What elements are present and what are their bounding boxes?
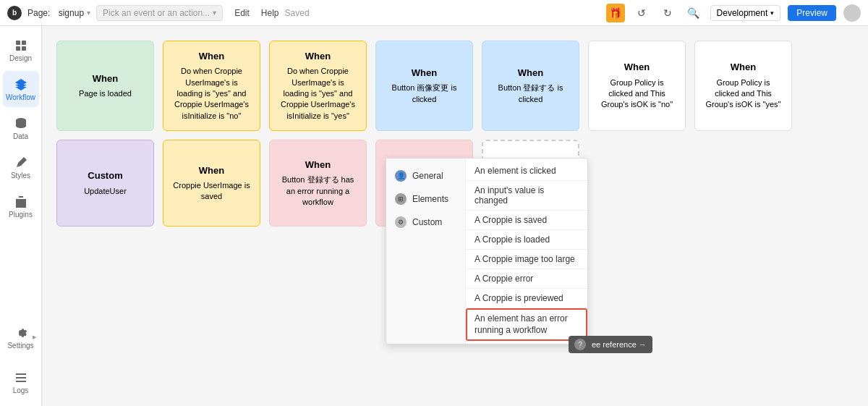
- edit-menu[interactable]: Edit: [234, 8, 250, 18]
- dropdown-items-list: An element is clicked An input's value i…: [466, 158, 587, 344]
- sidebar-item-design[interactable]: Design: [3, 32, 39, 68]
- sidebar-design-label: Design: [9, 54, 32, 62]
- card-label: When: [93, 72, 118, 85]
- sidebar-logs-label: Logs: [13, 386, 29, 394]
- sidebar: Design Workflow Data Styles Plugins Sett…: [0, 26, 42, 406]
- topbar-right: 🎁 ↺ ↻ 🔍 Development ▾ Preview: [606, 4, 861, 22]
- help-menu[interactable]: Help: [261, 8, 279, 18]
- saved-status: Saved: [285, 8, 310, 18]
- item-input-changed[interactable]: An input's value is changed: [466, 181, 587, 211]
- card-description: Button 登録する has an error running a workf…: [278, 174, 357, 208]
- main-canvas: When Page is loaded When Do when Croppie…: [42, 26, 868, 406]
- undo-button[interactable]: ↺: [632, 4, 651, 22]
- workflow-card-group-policy-yes[interactable]: When Group Policy is clicked and This Gr…: [694, 41, 792, 131]
- card-description: Button 画像変更 is clicked: [385, 83, 464, 105]
- card-description: Do when Croppie UserImage's is loading i…: [172, 66, 251, 122]
- svg-rect-0: [16, 41, 20, 45]
- sidebar-plugins-label: Plugins: [9, 211, 33, 219]
- card-description: Croppie UserImage is saved: [172, 180, 251, 203]
- workflow-card-croppie-no[interactable]: When Do when Croppie UserImage's is load…: [163, 41, 260, 131]
- event-dropdown-panel: 👤 General ⊞ Elements ⚙ Custom An element…: [386, 158, 588, 344]
- elements-icon: ⊞: [395, 193, 407, 205]
- general-icon: 👤: [395, 170, 407, 182]
- help-text: ee reference →: [592, 340, 647, 349]
- item-croppie-saved[interactable]: A Croppie is saved: [466, 211, 587, 230]
- card-description: Page is loaded: [79, 88, 132, 99]
- card-label: When: [412, 67, 437, 80]
- page-label: Page: signup ▾: [27, 8, 90, 18]
- card-description: Group Policy is clicked and This Group's…: [704, 77, 783, 111]
- category-general-label: General: [412, 171, 443, 181]
- svg-rect-1: [22, 41, 26, 45]
- event-picker-chevron: ▾: [213, 9, 216, 17]
- item-croppie-too-large[interactable]: A Croppie image too large: [466, 250, 587, 269]
- sidebar-item-styles[interactable]: Styles: [3, 149, 39, 185]
- sidebar-item-workflow[interactable]: Workflow: [3, 71, 39, 107]
- item-croppie-previewed[interactable]: A Croppie is previewed: [466, 289, 587, 308]
- topbar: b Page: signup ▾ Pick an event or an act…: [0, 0, 868, 26]
- gift-icon-button[interactable]: 🎁: [606, 4, 625, 22]
- sidebar-styles-label: Styles: [11, 172, 30, 179]
- category-elements[interactable]: ⊞ Elements: [386, 187, 465, 211]
- user-avatar[interactable]: [843, 4, 861, 22]
- svg-rect-2: [16, 46, 20, 51]
- layout: Design Workflow Data Styles Plugins Sett…: [0, 26, 868, 406]
- workflow-card-btn-register[interactable]: When Button 登録する is clicked: [482, 41, 579, 131]
- dev-chevron: ▾: [770, 9, 774, 17]
- workflow-card-custom-updateuser[interactable]: Custom UpdateUser: [56, 140, 154, 227]
- card-description: UpdateUser: [84, 186, 127, 197]
- workflow-card-btn-error[interactable]: When Button 登録する has an error running a …: [269, 140, 367, 227]
- category-general[interactable]: 👤 General: [386, 164, 465, 187]
- top-menu: Edit Help: [234, 8, 278, 18]
- sidebar-settings-label: Settings: [7, 342, 33, 350]
- sidebar-data-label: Data: [13, 132, 28, 140]
- redo-button[interactable]: ↻: [658, 4, 677, 22]
- item-element-clicked[interactable]: An element is clicked: [466, 161, 587, 181]
- custom-icon: ⚙: [395, 216, 407, 228]
- workflow-card-btn-image[interactable]: When Button 画像変更 is clicked: [375, 41, 473, 131]
- dev-dropdown[interactable]: Development ▾: [710, 5, 781, 21]
- sidebar-item-data[interactable]: Data: [3, 110, 39, 146]
- category-custom[interactable]: ⚙ Custom: [386, 211, 465, 234]
- category-elements-label: Elements: [412, 194, 448, 204]
- workflow-card-croppie-yes[interactable]: When Do when Croppie UserImage's is load…: [269, 41, 367, 131]
- item-croppie-error[interactable]: A Croppie error: [466, 269, 587, 289]
- svg-rect-3: [22, 46, 26, 51]
- sidebar-item-logs[interactable]: Logs: [3, 364, 39, 400]
- page-chevron[interactable]: ▾: [87, 9, 90, 17]
- card-description: Do when Croppie UserImage's is loading i…: [278, 66, 357, 122]
- card-description: Button 登録する is clicked: [491, 83, 570, 105]
- card-label: When: [199, 50, 224, 63]
- help-question-icon[interactable]: ?: [574, 339, 586, 350]
- card-label: Custom: [88, 169, 122, 182]
- preview-button[interactable]: Preview: [788, 5, 836, 21]
- dropdown-categories: 👤 General ⊞ Elements ⚙ Custom: [386, 158, 466, 344]
- workflow-card-croppie-saved[interactable]: When Croppie UserImage is saved: [163, 140, 260, 227]
- sidebar-workflow-label: Workflow: [6, 93, 35, 101]
- card-label: When: [518, 67, 543, 80]
- card-label: When: [624, 61, 650, 74]
- card-description: Group Policy is clicked and This Group's…: [597, 77, 676, 111]
- help-tooltip: ? ee reference →: [569, 336, 652, 353]
- category-custom-label: Custom: [412, 217, 442, 227]
- sidebar-item-settings[interactable]: Settings: [3, 319, 39, 355]
- item-croppie-loaded[interactable]: A Croppie is loaded: [466, 230, 587, 250]
- app-logo: b: [7, 6, 22, 20]
- card-label: When: [305, 50, 331, 63]
- search-button[interactable]: 🔍: [684, 4, 703, 22]
- workflow-card-group-policy-no[interactable]: When Group Policy is clicked and This Gr…: [588, 41, 686, 131]
- card-label: When: [305, 158, 331, 172]
- event-picker[interactable]: Pick an event or an action... ▾: [96, 5, 223, 21]
- card-label: When: [199, 164, 224, 177]
- card-label: When: [731, 61, 756, 74]
- sidebar-item-plugins[interactable]: Plugins: [3, 188, 39, 224]
- workflow-card-page-loaded[interactable]: When Page is loaded: [56, 41, 154, 131]
